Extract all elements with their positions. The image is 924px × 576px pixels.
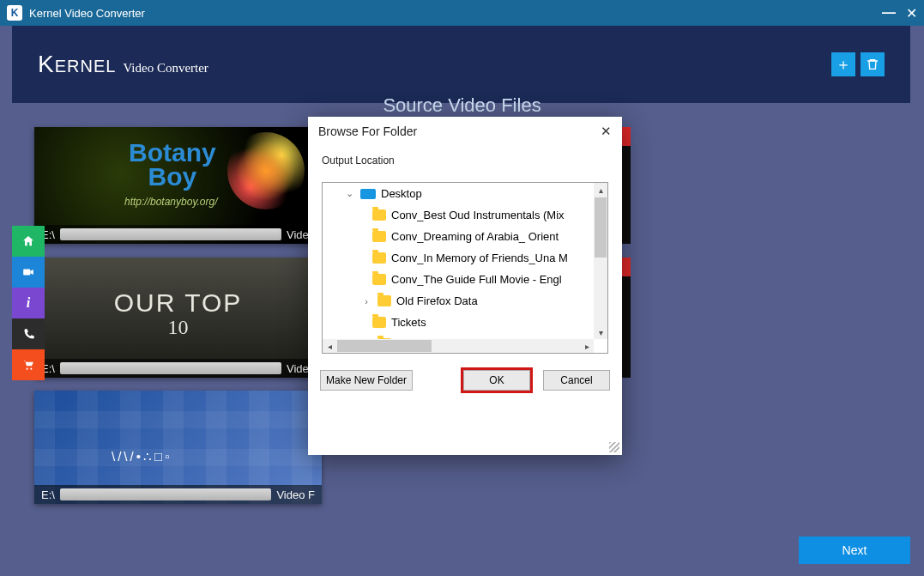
tile-path: E:\ Video <box>34 359 322 378</box>
video-icon[interactable] <box>12 257 45 288</box>
make-new-folder-button[interactable]: Make New Folder <box>320 370 413 391</box>
scroll-up-icon[interactable]: ▴ <box>594 183 607 197</box>
thumbnail-url: http://botanyboy.org/ <box>124 196 218 208</box>
sidebar: i <box>12 226 45 380</box>
phone-icon[interactable] <box>12 318 45 349</box>
dialog-close-button[interactable]: ✕ <box>601 124 612 139</box>
app-header: Kernel Video Converter ＋ <box>12 26 910 103</box>
add-file-button[interactable]: ＋ <box>831 52 855 76</box>
cancel-button[interactable]: Cancel <box>543 370 610 391</box>
tree-label: Conv_Dreaming of Arabia_ Orient <box>391 230 559 243</box>
home-icon[interactable] <box>12 226 45 257</box>
thumbnail-title: OUR TOP <box>34 288 322 318</box>
path-blur <box>60 488 272 500</box>
folder-icon <box>372 252 386 264</box>
tree-label: Old Firefox Data <box>396 294 478 307</box>
path-blur <box>60 228 281 240</box>
path-drive: E:\ <box>41 488 55 501</box>
folder-icon <box>372 274 386 285</box>
scroll-left-icon[interactable]: ◂ <box>323 342 336 351</box>
video-tile[interactable]: BotanyBoy http://botanyboy.org/ E:\ Vide… <box>34 127 322 244</box>
scroll-right-icon[interactable]: ▸ <box>580 342 594 351</box>
svg-point-1 <box>27 368 28 370</box>
thumbnail-art <box>227 132 305 209</box>
app-icon: K <box>7 5 22 21</box>
path-suffix: Video F <box>276 488 315 501</box>
svg-point-2 <box>30 368 32 370</box>
tree-row[interactable]: ⌄ Desktop <box>323 183 594 204</box>
info-icon[interactable]: i <box>12 288 45 318</box>
tree-label: Conv_In Memory of Friends_Una M <box>391 252 568 264</box>
brand: Kernel Video Converter <box>38 51 208 78</box>
tree-label: Conv_Best Oud Instrumentals (Mix <box>391 209 565 221</box>
app-title: Kernel Video Converter <box>29 7 145 20</box>
dialog-title: Browse For Folder <box>318 124 417 138</box>
tree-label: Conv_The Guide Full Movie - Engl <box>391 273 562 286</box>
video-tile[interactable]: \/\/•∴□▫ E:\ Video F <box>34 391 322 504</box>
collapse-icon[interactable]: ⌄ <box>343 188 355 199</box>
folder-tree[interactable]: ⌄ Desktop Conv_Best Oud Instrumentals (M… <box>322 182 608 354</box>
tree-row[interactable]: ›Tor Browser <box>323 333 594 339</box>
brand-name: Kernel <box>38 51 116 77</box>
delete-button[interactable] <box>861 52 885 76</box>
thumbnail-title: BotanyBoy <box>129 141 216 189</box>
browse-folder-dialog: Browse For Folder ✕ Output Location ⌄ De… <box>308 117 622 455</box>
cart-icon[interactable] <box>12 349 45 380</box>
brand-product: Video Converter <box>123 61 208 76</box>
minimize-button[interactable]: — <box>882 5 896 21</box>
ok-button[interactable]: OK <box>463 370 530 391</box>
video-tile[interactable]: OUR TOP 10 E:\ Video <box>34 258 322 378</box>
thumbnail-subtitle: 10 <box>34 316 322 339</box>
tree-row[interactable]: Tickets <box>323 312 594 333</box>
tile-path: E:\ Video <box>34 225 322 244</box>
path-blur <box>60 362 281 374</box>
scroll-down-icon[interactable]: ▾ <box>594 325 607 339</box>
vertical-scrollbar[interactable]: ▴ ▾ <box>594 183 607 339</box>
dialog-subtitle: Output Location <box>308 146 622 175</box>
window-titlebar: K Kernel Video Converter — ✕ <box>0 0 924 26</box>
close-button[interactable]: ✕ <box>906 5 917 21</box>
tree-row[interactable]: Conv_Dreaming of Arabia_ Orient <box>323 226 594 247</box>
tile-path: E:\ Video F <box>34 485 322 504</box>
tree-row[interactable]: Conv_In Memory of Friends_Una M <box>323 247 594 269</box>
tree-row[interactable]: Conv_The Guide Full Movie - Engl <box>323 269 594 290</box>
ok-highlight: OK <box>461 367 533 393</box>
folder-icon <box>372 231 386 242</box>
tree-label: Tickets <box>391 316 426 329</box>
folder-icon <box>377 295 391 306</box>
dialog-titlebar[interactable]: Browse For Folder ✕ <box>308 117 622 146</box>
tree-label: Desktop <box>381 187 422 200</box>
folder-icon <box>372 317 386 328</box>
section-title: Source Video Files <box>0 94 924 117</box>
scroll-thumb[interactable] <box>595 197 607 258</box>
thumbnail-overlay: \/\/•∴□▫ <box>112 449 172 464</box>
tree-row[interactable]: ›Old Firefox Data <box>323 290 594 312</box>
resize-grip-icon[interactable] <box>609 442 619 452</box>
next-button[interactable]: Next <box>799 537 910 564</box>
horizontal-scrollbar[interactable]: ◂ ▸ <box>323 339 594 353</box>
svg-rect-0 <box>23 270 30 276</box>
expand-icon[interactable]: › <box>360 296 372 306</box>
folder-icon <box>372 209 386 221</box>
scroll-thumb[interactable] <box>337 340 432 352</box>
tree-row[interactable]: Conv_Best Oud Instrumentals (Mix <box>323 204 594 226</box>
desktop-icon <box>360 189 376 199</box>
